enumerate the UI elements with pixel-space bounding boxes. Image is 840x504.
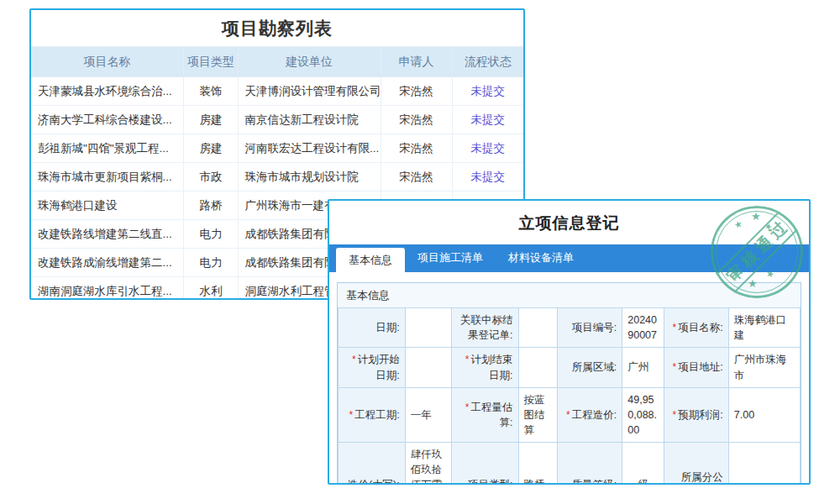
project-name-link[interactable]: 天津蒙城县水环境综合治... [31,77,184,106]
field-label: 日期: [339,308,406,348]
field-label: *项目名称: [664,308,728,348]
form-row: *计划开始日期:*计划结束日期:所属区域:广州*项目地址:广州市珠海市 [339,348,801,388]
field-label: 所属分公司: [664,443,728,485]
applicant-link[interactable]: 宋浩然 [381,106,452,134]
construction-unit-cell: 南京信达新工程设计院 [238,106,381,134]
field-label: *计划开始日期: [339,348,406,388]
required-marker: * [352,354,356,365]
project-type-cell: 水利 [184,277,238,301]
field-label: 所属区域: [558,348,622,388]
status-badge: 未提交 [452,77,523,106]
project-type-cell: 房建 [184,134,238,163]
table-row: 济南大学工科综合楼建设...房建南京信达新工程设计院宋浩然未提交 [31,106,523,134]
form-panel-title: 立项信息登记 [329,201,809,244]
field-label: 造价(大写): [339,443,406,485]
project-type-cell: 电力 [184,220,238,249]
field-value[interactable]: 按蓝图结算 [518,387,558,442]
column-header-0: 项目名称 [31,47,184,77]
field-value[interactable]: 49,950,088.00 [622,387,664,442]
field-value[interactable]: 2024090007 [622,308,664,348]
applicant-link[interactable]: 宋浩然 [381,77,452,106]
list-panel-title: 项目勘察列表 [31,10,523,46]
project-type-cell: 市政 [184,163,238,192]
project-registration-panel: 立项信息登记 基本信息项目施工清单材料设备清单 基本信息 日期:关联中标结果登记… [328,199,811,485]
field-value[interactable]: 一年 [405,387,451,442]
form-row: *工程工期:一年*工程量估算:按蓝图结算*工程造价:49,950,088.00*… [339,387,801,442]
field-value[interactable] [518,308,558,348]
construction-unit-cell: 珠海市城市规划设计院 [238,163,381,192]
field-label: 项目编号: [558,308,622,348]
tab-0[interactable]: 基本信息 [336,248,405,272]
column-header-1: 项目类型 [184,47,238,77]
project-name-link[interactable]: 彭祖新城"四馆"景观工程... [31,134,184,163]
field-value[interactable] [728,443,800,485]
column-header-3: 申请人 [381,47,452,77]
required-marker: * [673,409,677,421]
column-header-4: 流程状态 [452,47,523,77]
project-name-link[interactable]: 珠海鹤港口建设 [31,192,184,220]
table-row: 天津蒙城县水环境综合治...装饰天津博润设计管理有限公司宋浩然未提交 [31,77,523,106]
table-row: 珠海市城市更新项目紫桐...市政珠海市城市规划设计院宋浩然未提交 [31,163,523,192]
field-label: *计划结束日期: [451,348,518,388]
field-value[interactable] [518,348,558,388]
required-marker: * [673,361,677,373]
basic-info-form-table: 日期:关联中标结果登记单:项目编号:2024090007*项目名称:珠海鹤港口建… [338,307,801,485]
required-marker: * [566,409,570,421]
table-row: 彭祖新城"四馆"景观工程...房建河南联宏达工程设计有限...宋浩然未提交 [31,134,523,163]
field-value[interactable]: 一级 [622,443,664,485]
project-name-link[interactable]: 济南大学工科综合楼建设... [31,106,184,134]
field-label: *预期利润: [664,387,728,442]
applicant-link[interactable]: 宋浩然 [381,163,452,192]
tab-2[interactable]: 材料设备清单 [496,244,586,272]
project-name-link[interactable]: 湖南洞庭湖水库引水工程... [31,277,184,301]
field-value[interactable]: 珠海鹤港口建 [728,308,800,348]
field-value[interactable] [405,348,451,388]
applicant-link[interactable]: 宋浩然 [381,134,452,163]
required-marker: * [465,402,470,413]
field-label: 质量等级: [558,443,622,485]
project-name-link[interactable]: 改建铁路成渝线增建第二... [31,249,184,277]
project-type-cell: 电力 [184,249,238,277]
field-label: 关联中标结果登记单: [451,308,518,348]
construction-unit-cell: 天津博润设计管理有限公司 [238,77,381,106]
table-header: 项目名称项目类型建设单位申请人流程状态 [31,47,523,77]
construction-unit-cell: 河南联宏达工程设计有限... [238,134,381,163]
status-badge: 未提交 [452,163,523,192]
project-name-link[interactable]: 改建铁路线增建第二线直... [31,220,184,249]
field-value[interactable] [405,308,451,348]
status-badge: 未提交 [452,134,523,163]
field-value[interactable]: 肆仟玖佰玖拾伍万零捌拾捌元整 [405,443,451,485]
field-label: *工程量估算: [451,387,518,442]
required-marker: * [673,322,677,333]
field-value[interactable]: 广州市珠海市 [728,348,800,388]
form-tabbar: 基本信息项目施工清单材料设备清单 [329,244,809,272]
project-name-link[interactable]: 珠海市城市更新项目紫桐... [31,163,184,192]
required-marker: * [465,354,470,365]
field-label: 项目类型: [451,443,518,485]
field-label: *项目地址: [664,348,728,388]
section-title: 基本信息 [338,283,801,307]
status-badge: 未提交 [452,106,523,134]
form-row: 日期:关联中标结果登记单:项目编号:2024090007*项目名称:珠海鹤港口建 [339,308,801,348]
field-label: *工程工期: [339,387,406,442]
form-row: 造价(大写):肆仟玖佰玖拾伍万零捌拾捌元整项目类型:路桥质量等级:一级所属分公司… [339,443,801,485]
column-header-2: 建设单位 [238,47,381,77]
field-value[interactable]: 路桥 [518,443,558,485]
project-type-cell: 房建 [184,106,238,134]
tab-1[interactable]: 项目施工清单 [405,244,496,272]
required-marker: * [349,409,354,421]
project-type-cell: 装饰 [184,77,238,106]
project-type-cell: 路桥 [184,192,238,220]
field-value[interactable]: 7.00 [728,387,800,442]
basic-info-fieldset: 基本信息 日期:关联中标结果登记单:项目编号:2024090007*项目名称:珠… [337,282,801,485]
field-value[interactable]: 广州 [622,348,664,388]
field-label: *工程造价: [558,387,622,442]
